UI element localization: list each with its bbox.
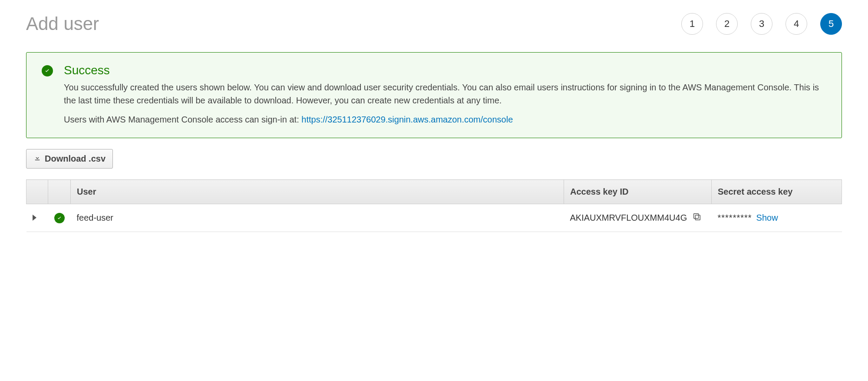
copy-access-key-icon[interactable] — [692, 212, 702, 224]
success-check-icon — [42, 65, 53, 76]
download-icon — [33, 154, 41, 164]
svg-rect-1 — [694, 214, 699, 219]
cell-secret-masked: ********* — [718, 213, 752, 223]
success-signin-prefix: Users with AWS Management Console access… — [64, 115, 301, 124]
col-access-key-id: Access key ID — [564, 180, 712, 204]
col-status — [48, 180, 71, 204]
success-title: Success — [64, 63, 826, 77]
console-signin-link[interactable]: https://325112376029.signin.aws.amazon.c… — [301, 115, 513, 124]
svg-rect-0 — [696, 215, 700, 220]
download-csv-label: Download .csv — [45, 154, 106, 164]
show-secret-link[interactable]: Show — [756, 213, 778, 223]
expand-row-icon[interactable] — [33, 215, 36, 221]
success-body-text: You successfully created the users shown… — [64, 81, 826, 107]
success-signin-line: Users with AWS Management Console access… — [64, 115, 826, 125]
cell-access-key-id: AKIAUXMRVFLOUXMM4U4G — [570, 213, 687, 223]
col-secret-access-key: Secret access key — [712, 180, 842, 204]
cell-user: feed-user — [71, 204, 564, 232]
page-title: Add user — [26, 13, 99, 34]
wizard-step-4[interactable]: 4 — [785, 13, 807, 35]
credentials-table: User Access key ID Secret access key fee… — [26, 179, 842, 232]
wizard-steps: 1 2 3 4 5 — [681, 13, 842, 35]
table-row: feed-user AKIAUXMRVFLOUXMM4U4G *********… — [26, 204, 842, 232]
wizard-step-5[interactable]: 5 — [820, 13, 842, 35]
wizard-step-3[interactable]: 3 — [751, 13, 772, 35]
wizard-step-2[interactable]: 2 — [716, 13, 738, 35]
success-banner: Success You successfully created the use… — [26, 52, 842, 138]
row-status-success-icon — [54, 213, 65, 223]
wizard-step-1[interactable]: 1 — [681, 13, 703, 35]
col-expand — [26, 180, 48, 204]
col-user: User — [71, 180, 564, 204]
download-csv-button[interactable]: Download .csv — [26, 149, 113, 169]
